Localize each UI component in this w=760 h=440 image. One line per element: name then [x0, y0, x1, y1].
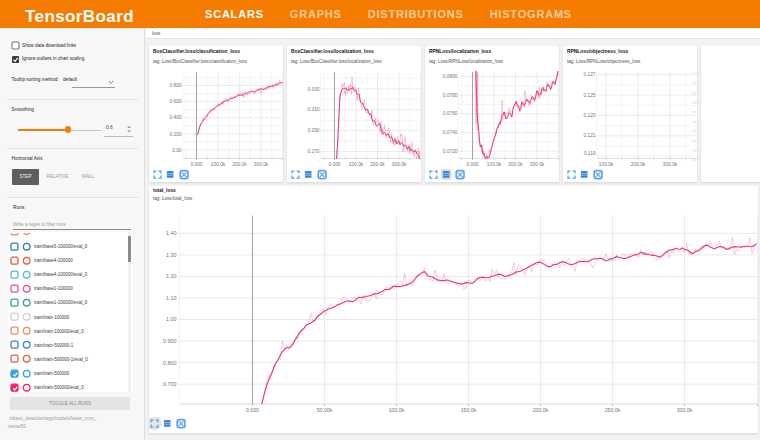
- svg-text:0.400: 0.400: [169, 115, 181, 120]
- svg-text:0.000: 0.000: [246, 407, 259, 413]
- svg-text:0.0720: 0.0720: [443, 149, 458, 154]
- svg-text:200.0k: 200.0k: [631, 162, 646, 167]
- svg-text:0.200: 0.200: [169, 132, 181, 137]
- svg-text:0.0740: 0.0740: [443, 130, 458, 135]
- svg-text:1.10: 1.10: [166, 295, 177, 301]
- svg-text:0.700: 0.700: [163, 381, 177, 387]
- svg-text:0.290: 0.290: [307, 128, 319, 133]
- svg-text:0.330: 0.330: [307, 87, 319, 92]
- svg-text:300.0k: 300.0k: [677, 407, 693, 413]
- svg-text:0.0800: 0.0800: [443, 74, 458, 79]
- svg-text:0.127: 0.127: [583, 72, 595, 77]
- svg-text:300.0k: 300.0k: [663, 162, 678, 167]
- svg-text:0.000: 0.000: [190, 162, 202, 167]
- svg-text:1.40: 1.40: [166, 230, 177, 236]
- svg-text:250.0k: 250.0k: [605, 407, 621, 413]
- svg-text:0.121: 0.121: [583, 133, 595, 138]
- svg-text:200.0k: 200.0k: [370, 162, 385, 167]
- svg-text:100.0k: 100.0k: [211, 162, 226, 167]
- svg-text:200.0k: 200.0k: [533, 407, 549, 413]
- svg-text:1.30: 1.30: [166, 252, 177, 258]
- svg-text:0.000: 0.000: [328, 162, 340, 167]
- svg-text:300.0k: 300.0k: [254, 162, 269, 167]
- svg-text:300.0k: 300.0k: [530, 162, 545, 167]
- svg-text:0.123: 0.123: [583, 113, 595, 118]
- svg-text:0.000: 0.000: [466, 162, 478, 167]
- svg-text:100.0k: 100.0k: [487, 162, 502, 167]
- svg-text:200.0k: 200.0k: [508, 162, 523, 167]
- svg-text:0.00: 0.00: [172, 148, 182, 153]
- svg-text:100.0k: 100.0k: [599, 162, 614, 167]
- svg-text:0.119: 0.119: [584, 151, 596, 156]
- svg-text:1.00: 1.00: [166, 316, 177, 322]
- svg-text:0.900: 0.900: [163, 338, 177, 344]
- svg-text:0.310: 0.310: [307, 107, 319, 112]
- svg-text:0.270: 0.270: [307, 149, 319, 154]
- svg-text:0.600: 0.600: [169, 99, 181, 104]
- svg-text:100.0k: 100.0k: [389, 407, 405, 413]
- svg-text:150.0k: 150.0k: [461, 407, 477, 413]
- svg-text:0.0760: 0.0760: [443, 111, 458, 116]
- svg-text:0.800: 0.800: [163, 360, 177, 366]
- svg-text:300.0k: 300.0k: [392, 162, 407, 167]
- svg-text:100.0k: 100.0k: [349, 162, 364, 167]
- svg-text:200.0k: 200.0k: [232, 162, 247, 167]
- svg-text:0.800: 0.800: [169, 83, 181, 88]
- svg-text:1.20: 1.20: [166, 273, 177, 279]
- svg-text:0.0780: 0.0780: [443, 93, 458, 98]
- svg-text:50.00k: 50.00k: [317, 407, 333, 413]
- svg-text:0.125: 0.125: [583, 93, 595, 98]
